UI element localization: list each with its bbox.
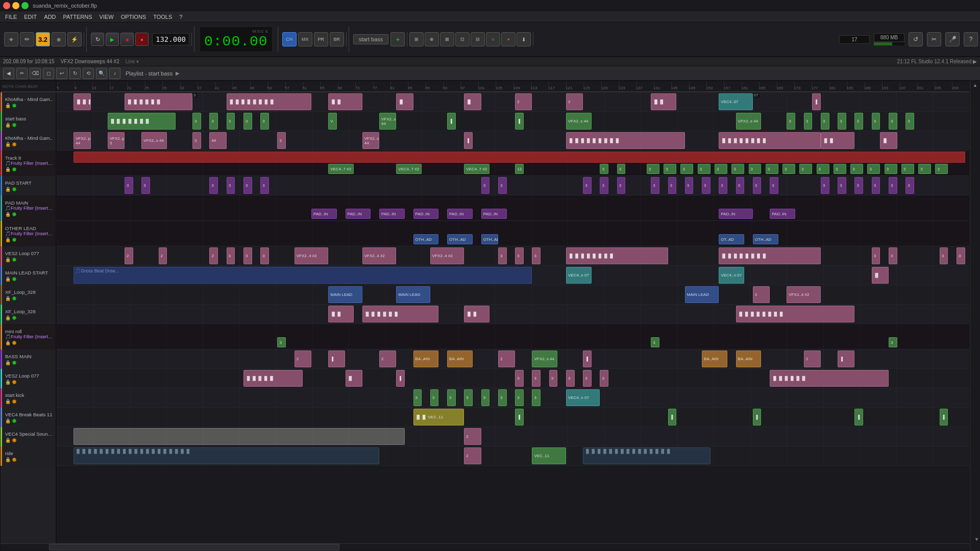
clip[interactable]: VFX2..s 44 xyxy=(532,350,557,367)
clip[interactable]: 3 xyxy=(600,177,608,194)
clip[interactable]: BA..AIN xyxy=(447,350,473,367)
led-14[interactable] xyxy=(12,380,16,384)
clip[interactable]: 3 xyxy=(243,177,252,194)
clip[interactable]: 3 xyxy=(685,177,694,194)
help-btn[interactable]: ? xyxy=(964,32,978,46)
led-4[interactable] xyxy=(12,167,16,171)
led-6[interactable] xyxy=(12,212,16,216)
clip[interactable]: ▐▌▐▌▐▌▐▌▐▌▐▌ xyxy=(362,306,439,322)
pl-speaker-btn[interactable]: ♪ xyxy=(109,68,120,79)
clip[interactable]: 2 xyxy=(159,247,167,264)
record-btn[interactable]: ● xyxy=(135,33,149,46)
clip[interactable]: VFX2..s 44 xyxy=(141,132,167,149)
auto-red-bar[interactable] xyxy=(74,152,965,163)
clip[interactable]: VFX2..s 44 xyxy=(379,113,396,130)
clip[interactable]: 3 xyxy=(753,177,762,194)
clip[interactable]: 3 xyxy=(192,132,201,149)
clip[interactable]: OTH..AD xyxy=(413,234,439,244)
clip[interactable]: ▐▌▐▌ xyxy=(328,93,362,110)
clip[interactable]: ▐ xyxy=(396,370,405,387)
menu-view[interactable]: VIEW xyxy=(96,13,117,21)
clip[interactable]: 3 xyxy=(940,247,948,264)
clip[interactable]: 3 xyxy=(277,337,286,347)
clip[interactable]: ▐▌▐▌▐▌▐▌▐▌ xyxy=(243,370,303,387)
clip[interactable]: 3 xyxy=(209,113,218,130)
clip[interactable]: ▐▌▐▌▐▌▐▌▐▌▐▌▐▌▐▌▐▌ xyxy=(566,132,685,149)
menu-add[interactable]: ADD xyxy=(41,13,59,21)
pl-draw-btn[interactable]: ✏ xyxy=(16,68,28,79)
clip[interactable]: 3 xyxy=(736,177,745,194)
mute-btn[interactable]: ⊟ xyxy=(471,32,485,46)
clip[interactable]: 3 xyxy=(227,247,235,264)
clip[interactable]: ▐▌▐▌ xyxy=(651,93,676,110)
clip[interactable]: 3 xyxy=(617,164,626,174)
clip[interactable]: ▐▌ xyxy=(464,93,481,110)
lock-icon-12[interactable]: 🔒 xyxy=(5,340,11,345)
menu-tools[interactable]: TOOLS xyxy=(150,13,175,21)
menu-file[interactable]: FILE xyxy=(2,13,20,21)
clip[interactable]: PAD..IN xyxy=(346,209,371,219)
clip[interactable]: 3 xyxy=(664,164,676,174)
clip[interactable]: 3 xyxy=(430,389,439,406)
pl-zoom-btn[interactable]: 🔍 xyxy=(96,68,107,79)
clip[interactable]: V xyxy=(328,113,337,130)
clip[interactable]: 3 xyxy=(766,164,778,174)
clip[interactable]: 3 xyxy=(481,177,490,194)
clip[interactable]: 2 xyxy=(753,286,770,303)
clip[interactable]: 3 xyxy=(850,164,863,174)
mic-btn[interactable]: 🎤 xyxy=(945,32,960,46)
lock-icon-7[interactable]: 🔒 xyxy=(5,237,11,242)
clip[interactable]: 3 xyxy=(787,113,795,130)
lock-icon-16[interactable]: 🔒 xyxy=(5,418,11,423)
clip[interactable]: 3 xyxy=(515,370,524,387)
pattern-btn[interactable]: 3.2 xyxy=(36,32,50,46)
close-button[interactable] xyxy=(3,2,10,9)
clip[interactable]: OTH..AD xyxy=(481,234,498,244)
pl-fwd-btn[interactable]: ↻ xyxy=(69,68,81,79)
menu-options[interactable]: OPTIONS xyxy=(118,13,150,21)
lock-icon-15[interactable]: 🔒 xyxy=(5,399,11,404)
clip[interactable]: 3 xyxy=(227,177,235,194)
clip[interactable]: 2 xyxy=(209,247,218,264)
clip[interactable]: ▐▌▐▌▐▌▐▌▐▌▐▌▐▌▐▌ xyxy=(227,93,311,110)
clip[interactable]: 3 xyxy=(125,177,133,194)
lock-icon-14[interactable]: 🔒 xyxy=(5,380,11,385)
clip[interactable]: VFX2..s 44 xyxy=(566,113,592,130)
clip[interactable]: ▐▌▐▌ xyxy=(328,306,354,322)
clip[interactable]: 2 xyxy=(295,350,311,367)
pl-loop-btn[interactable]: ⟲ xyxy=(83,68,94,79)
clip[interactable]: 3 xyxy=(141,177,150,194)
clip[interactable]: 3 xyxy=(889,113,897,130)
clip[interactable]: 3 xyxy=(192,113,201,130)
clip[interactable]: 3 xyxy=(715,164,727,174)
clip[interactable]: 2 xyxy=(125,247,133,264)
solo-btn[interactable]: ○ xyxy=(486,32,500,46)
download-btn[interactable]: ⬇ xyxy=(517,32,531,46)
lock-icon-9[interactable]: 🔒 xyxy=(5,277,11,282)
menu-help[interactable]: ? xyxy=(176,13,185,21)
led-9[interactable] xyxy=(12,277,16,281)
clip[interactable]: VFX2..4 #2 xyxy=(362,247,397,264)
clip[interactable]: 3 xyxy=(867,164,880,174)
clip[interactable]: ▐▌▐▌▐▌▐▌▐▌▐▌▐▌ xyxy=(108,113,176,130)
clip[interactable]: PAD..IN xyxy=(481,209,507,219)
clip[interactable]: 3 xyxy=(680,164,693,174)
lock-icon-5[interactable]: 🔒 xyxy=(5,187,11,192)
clip[interactable]: OTH..AD xyxy=(447,234,473,244)
clip[interactable]: ▐▌▐▌ VEC..11 xyxy=(413,409,464,425)
clip[interactable]: 3 xyxy=(600,370,608,387)
clip[interactable]: 3 xyxy=(243,247,252,264)
clip[interactable]: 3 xyxy=(583,370,592,387)
restart-btn[interactable]: ↺ xyxy=(909,32,923,46)
clip[interactable]: ▐▌▐▌▐▌▐▌▐▌▐▌▐▌▐▌ xyxy=(719,132,821,149)
led-10[interactable] xyxy=(12,296,16,300)
clip[interactable]: 3 xyxy=(481,389,490,406)
snap-btn[interactable]: ⊞ xyxy=(409,32,424,46)
lock-icon-11[interactable]: 🔒 xyxy=(5,315,11,320)
clip[interactable]: ▐▌▐▌▐▌▐▌▐▌▐▌ xyxy=(770,370,889,387)
clip[interactable]: 3 xyxy=(277,132,286,149)
pl-select-btn[interactable]: ◻ xyxy=(43,68,54,79)
led-5[interactable] xyxy=(12,187,16,191)
play-btn[interactable]: ▶ xyxy=(106,33,119,46)
menu-patterns[interactable]: PATTERNS xyxy=(60,13,95,21)
